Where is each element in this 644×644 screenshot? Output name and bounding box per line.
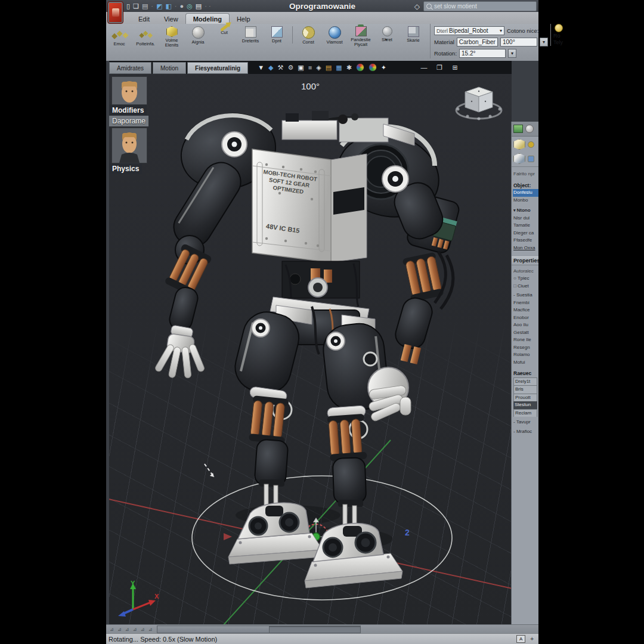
emoc-vertex-icon[interactable]: Emoc [106,26,132,47]
object-select[interactable]: DterlBipedal_Robot ▾ [434,26,504,35]
right-panel-row[interactable]: Fnembi [513,299,538,307]
right-panel-row[interactable]: Mrafioc [513,428,538,436]
right-panel-row[interactable]: Raeuec [513,370,538,377]
menu-item[interactable]: Edit [131,14,157,24]
cut-arrow-icon[interactable]: Cut [211,26,237,35]
app-logo-icon[interactable] [107,1,123,24]
right-panel-row[interactable]: Monbo [513,197,538,205]
region-icon[interactable]: ■ [308,61,312,74]
new-doc-icon[interactable]: ▯ [126,0,130,12]
viewport-tab[interactable]: Amidrates [109,62,151,74]
right-panel-row[interactable]: Donfeslu [513,189,538,197]
details-panel-icon[interactable]: Dreterits [237,26,264,44]
right-panel-row[interactable]: Drely1t [513,377,537,386]
right-panel-row[interactable]: Prouott [513,394,537,402]
modifier-avatar[interactable] [112,76,147,105]
sphere-icon[interactable]: ● [180,0,184,12]
right-panel-row[interactable]: Falrito npr [513,171,538,178]
dot-separator[interactable]: · [175,0,177,12]
menu-item[interactable]: Modeling [185,13,230,24]
annotation-icon[interactable]: A [516,635,525,643]
angle-dropdown-button[interactable]: ▾ [540,38,548,47]
color-wheel-icon[interactable] [356,63,364,72]
right-panel-row[interactable]: Tavupr [513,419,538,426]
right-panel-row[interactable]: Stestun [513,401,537,409]
workspace-diamond-icon[interactable]: ◇ [414,2,420,11]
burst-icon[interactable]: ✱ [346,61,352,74]
notes-icon[interactable]: ▤ [196,0,202,12]
timeline-bar[interactable]: ⊿ ⊿ ⊿ ⊿ ⊿ ⊿ [106,624,538,634]
restore-icon[interactable]: ❐ [435,61,444,74]
copy-docs-icon[interactable]: ❏ [133,0,139,12]
menu-item[interactable]: Help [230,14,258,24]
viewport-tab[interactable]: Fiesyeaturalinig [187,62,248,74]
physics-avatar[interactable] [112,128,147,163]
sphere-dropdown-icon[interactable]: Shret [374,26,400,42]
right-panel-row[interactable]: Macfice [513,306,538,314]
daporame-label[interactable]: Daporame [109,116,148,126]
viewport-3d[interactable]: 2 [109,61,512,625]
material-field[interactable]: Carbon_Fiber [457,38,498,47]
image-thumbnail-icon[interactable] [513,125,523,133]
move-cursor-icon[interactable]: + [530,636,534,642]
deform-mirror-icon[interactable]: Dpnt [264,26,293,44]
align-sphere-icon[interactable]: Aignia [185,26,211,45]
hammer-tool-icon[interactable]: ⚒ [278,61,284,74]
geometry-cube-icon[interactable] [513,139,525,150]
rotation-dropdown-button[interactable]: ▾ [508,49,516,58]
physics-label[interactable]: Physics [109,163,142,174]
minimize-icon[interactable]: — [420,61,428,74]
right-panel-row[interactable]: Dieger ca [513,230,538,237]
globe-icon[interactable]: ◎ [187,0,193,12]
stamp-icon[interactable]: Skarie [400,26,426,43]
viewport-tab[interactable]: Motion [153,62,186,74]
dot-separator[interactable]: · [151,0,153,12]
right-panel-row[interactable]: Mon Oxxa [513,244,538,252]
right-panel-row[interactable]: Suestia [513,292,538,299]
folder-icon[interactable]: ▤ [326,61,332,74]
menu-item[interactable]: View [157,14,185,24]
layout-grid-icon[interactable]: ⊞ [451,61,459,74]
tag-icon[interactable]: ◈ [316,61,321,74]
right-panel-row[interactable]: Gestatt [513,329,538,337]
package-icon[interactable]: Pandestie Piycait [348,26,374,47]
right-panel-row[interactable]: Enobor [513,314,538,322]
blue-sphere-icon[interactable]: Vlamost [321,26,348,45]
color-wheel-icon[interactable] [369,63,377,72]
right-panel-row[interactable]: Rone Ile [513,336,538,344]
right-panel-row[interactable]: Object: [513,182,538,190]
right-panel-row[interactable]: Tamatle [513,222,538,230]
right-panel-row[interactable]: Brls [513,385,537,394]
right-panel-row[interactable]: Resegn [513,344,538,352]
dot-separator[interactable]: · · [205,0,210,12]
right-panel-row[interactable]: Mofui [513,359,538,367]
right-panel-row[interactable]: Properties [512,256,538,265]
right-panel-row[interactable]: Nlsr dul [513,215,538,222]
modifier-cube-icon[interactable] [513,153,525,164]
modifiers-label[interactable]: Modifiers [109,105,147,116]
bookmark-icon[interactable]: ◧ [165,0,171,12]
clipboard-icon[interactable]: ▤ [142,0,148,12]
import-icon[interactable]: ◩ [156,0,162,12]
right-panel-row[interactable]: Rolamo [513,351,538,359]
right-panel-row[interactable]: Autoralec [513,268,538,275]
right-panel-row[interactable]: Aoo Ilu [513,321,538,329]
pointinfo-icon[interactable]: Poiteinfa. [132,26,159,47]
timeline-track[interactable] [157,626,361,633]
paint-icon[interactable]: ◆ [268,61,273,74]
right-panel-row[interactable]: Ntono [513,207,538,215]
robot-model[interactable]: MOBI-TECH ROBOT SOFT 12 GEAR OPTIMIZED 4… [133,109,467,609]
frame-icon[interactable]: ▣ [298,61,304,74]
rotation-field[interactable]: 15.2° [459,49,506,58]
view-cube[interactable] [453,82,504,125]
right-panel-row[interactable]: Ffasedfe [513,237,538,244]
sphere-tool-icon[interactable] [525,125,534,133]
constraint-sphere-icon[interactable]: Const [295,26,321,45]
satellite-icon[interactable]: ✦ [381,61,386,74]
right-panel-row[interactable]: Ciuet [513,283,538,290]
right-panel-row[interactable]: Reclam [513,409,537,417]
right-panel-row[interactable]: Tpiec [513,275,538,283]
search-input[interactable]: set slow motient [423,1,537,11]
angle-field[interactable]: 100° [500,38,537,47]
gear-tool-icon[interactable]: ⚙ [287,61,293,74]
